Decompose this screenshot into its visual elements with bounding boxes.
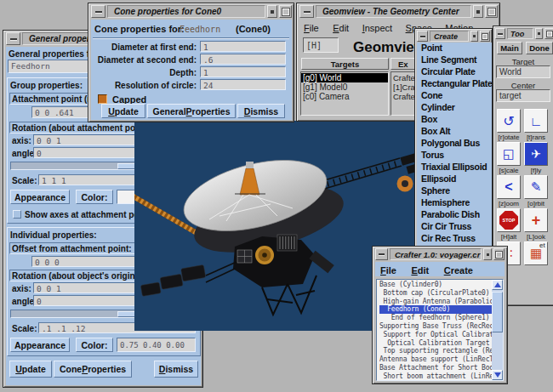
crafter-row[interactable]: Supporting Base Truss (RecRec (379, 322, 492, 331)
maximize-icon[interactable] (279, 5, 292, 18)
crafter-row[interactable]: Base (Cylinder0) (379, 281, 492, 289)
minimize-icon[interactable] (375, 248, 388, 260)
menu-dot-icon[interactable] (483, 248, 492, 260)
create-item-box[interactable]: Box (417, 114, 492, 126)
scrollbar-trough[interactable] (492, 290, 503, 370)
create-item-rectangular-plate[interactable]: Rectangular Plate (417, 78, 492, 90)
scroll-down-icon[interactable] (492, 370, 503, 380)
minimize-icon[interactable] (91, 5, 105, 18)
create-item-line-segment[interactable]: Line Segment (417, 54, 492, 66)
dismiss-button[interactable]: Dismiss (237, 104, 285, 118)
create-item-triaxial-ellipsoid[interactable]: Triaxial Ellipsoid (417, 162, 492, 173)
orbit-tool-button[interactable]: ✎ (524, 175, 548, 199)
maximize-icon[interactable] (493, 248, 505, 260)
main-button[interactable]: Main (497, 42, 522, 54)
look-tool-button[interactable]: + (524, 208, 548, 232)
cone-properties-button[interactable]: Cone Properties (54, 361, 132, 378)
color-button[interactable]: Color: (76, 338, 113, 352)
targets-list[interactable]: [g0] World [g1] Model0 [c0] Camera (300, 71, 389, 116)
header-label: Cone properties for: (94, 24, 185, 34)
create-item-polygonal-bus[interactable]: Polygonal Bus (417, 138, 492, 150)
menu-inspect[interactable]: Inspect (362, 23, 392, 33)
color-value-field[interactable]: 0.75 0.40 0.00 (117, 338, 196, 352)
maximize-icon[interactable] (544, 28, 553, 39)
crafter-row[interactable]: High-gain Antenna (Parabolic (379, 298, 492, 306)
crafter-row[interactable]: Top supporting rectangle (Re (379, 347, 492, 355)
titlebar[interactable]: Too (495, 28, 553, 39)
menu-create[interactable]: Create (444, 265, 473, 276)
update-button[interactable]: Update (101, 104, 145, 118)
minimize-icon[interactable] (417, 31, 428, 42)
crafter-row[interactable]: Optical Calibration Target (379, 339, 492, 348)
dismiss-button[interactable]: Dismiss (154, 361, 198, 378)
show-axes-checkbox[interactable] (13, 210, 21, 219)
menu-dot-icon[interactable] (473, 5, 483, 18)
resolution-field[interactable]: 24 (200, 79, 286, 90)
menu-dot-icon[interactable] (535, 28, 543, 39)
crafter-row[interactable]: Support for Optical Calibrat (379, 331, 492, 339)
target-row-world[interactable]: [g0] World (301, 73, 388, 82)
create-item-sphere[interactable]: Sphere (417, 185, 492, 197)
update-button[interactable]: Update (9, 361, 52, 378)
create-item-circular-plate[interactable]: Circular Plate (417, 66, 492, 78)
titlebar[interactable]: Crafter 1.0: voyager.cr (375, 248, 505, 260)
scroll-up-icon[interactable] (492, 280, 503, 290)
menu-dot-icon[interactable] (470, 31, 478, 42)
menu-file[interactable]: File (304, 23, 319, 33)
target-row-model0[interactable]: [g1] Model0 (301, 82, 388, 92)
minimize-icon[interactable] (495, 28, 505, 39)
menu-file[interactable]: File (380, 265, 396, 276)
appearance-button[interactable]: Appearance (10, 190, 70, 204)
done-button[interactable]: Done (526, 42, 553, 54)
create-item-cylinder[interactable]: Cylinder (417, 102, 492, 114)
rotate-tool-button[interactable]: ↺ (497, 109, 521, 133)
color-button[interactable]: Color: (76, 190, 113, 204)
crafter-row-selected[interactable]: Feedhorn (Cone0) (379, 305, 492, 314)
target-row-camera[interactable]: [c0] Camera (301, 92, 388, 101)
titlebar[interactable]: Create (417, 31, 490, 42)
zoom-tool-button[interactable]: < (497, 175, 521, 199)
window-title: Geomview - The Geometry Center (316, 5, 471, 18)
hierarchy-list[interactable]: Base (Cylinder0) Bottom cap (CircularPla… (377, 280, 492, 380)
create-item-ellipsoid[interactable]: Ellipsoid (417, 173, 492, 185)
targets-header-button[interactable]: Targets (301, 58, 389, 70)
create-item-parabolic-dish[interactable]: Parabolic Dish (417, 209, 492, 221)
crafter-row[interactable]: Base Attachment for Short Boo (379, 364, 492, 372)
diameter-first-field[interactable]: 1 (200, 41, 286, 52)
translate-tool-button[interactable]: ∟ (524, 109, 548, 133)
create-item-hemisphere[interactable]: Hemisphere (417, 197, 492, 209)
general-properties-button[interactable]: General Properties (147, 104, 236, 118)
depth-field[interactable]: 1 (200, 66, 286, 77)
titlebar[interactable]: Cone properties for Cone0 (91, 5, 292, 18)
maximize-icon[interactable] (485, 5, 498, 18)
create-item-box-alt[interactable]: Box Alt (417, 126, 492, 138)
fly-tool-button[interactable]: ✈ (524, 142, 548, 166)
maximize-icon[interactable] (480, 31, 490, 42)
appearance-button[interactable]: Appearance (10, 338, 70, 352)
menu-edit[interactable]: Edit (333, 23, 349, 33)
scrollbar[interactable] (492, 280, 503, 380)
crafter-row[interactable]: Short boom attachment (LinRe (379, 372, 492, 380)
minimize-icon[interactable] (6, 32, 20, 45)
crafter-row[interactable]: Antenna base support (LinRecT (379, 355, 492, 364)
create-list[interactable]: Point Line Segment Circular Plate Rectan… (417, 43, 492, 250)
create-item-point[interactable]: Point (417, 43, 492, 54)
create-item-cir-cir-truss[interactable]: Cir Cir Truss (417, 221, 492, 233)
menu-dot-icon[interactable] (267, 5, 277, 18)
titlebar[interactable]: Geomview - The Geometry Center (299, 5, 498, 18)
target-field[interactable]: World (496, 65, 550, 78)
halt-tool-button[interactable]: STOP (497, 208, 521, 232)
create-item-cir-rec-truss[interactable]: Cir Rec Truss (417, 233, 492, 245)
scale-tool-button[interactable]: ◱ (497, 142, 521, 166)
history-field[interactable]: [H] (303, 37, 339, 53)
minimize-icon[interactable] (299, 5, 314, 18)
crafter-row[interactable]: End of feedhorn (Sphere1) (379, 314, 492, 322)
crafter-row[interactable]: Bottom cap (CircularPlate0) (379, 289, 492, 298)
diameter-second-field[interactable]: .6 (200, 54, 286, 65)
menu-edit[interactable]: Edit (411, 265, 429, 276)
create-item-torus[interactable]: Torus (417, 150, 492, 162)
create-item-cone[interactable]: Cone (417, 90, 492, 102)
capped-checkbox[interactable] (98, 94, 107, 104)
scrollbar-thumb[interactable] (492, 292, 503, 332)
create-palette-window: Create Point Line Segment Circular Plate… (414, 28, 493, 251)
